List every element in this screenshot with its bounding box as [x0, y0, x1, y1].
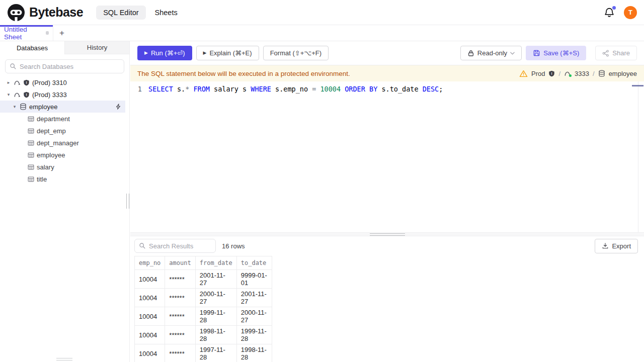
- column-header[interactable]: to_date: [236, 256, 272, 270]
- sidebar: Databases History ▸ !: [0, 41, 130, 362]
- nav-sql-editor[interactable]: SQL Editor: [96, 6, 145, 20]
- table-node-department[interactable]: department: [0, 113, 129, 125]
- table-row[interactable]: 10004 ****** 2001-11-27 9999-01-01: [135, 270, 272, 289]
- tab-history[interactable]: History: [65, 41, 129, 54]
- results-resize-handle[interactable]: [130, 232, 644, 236]
- app-header: Bytebase SQL Editor Sheets T: [0, 0, 644, 25]
- cell[interactable]: 10004: [135, 270, 165, 289]
- results-table: emp_no amount from_date to_date 10004 **…: [134, 256, 272, 362]
- tab-databases[interactable]: Databases: [0, 41, 65, 54]
- table-row[interactable]: 10004 ****** 1999-11-28 2000-11-27: [135, 307, 272, 326]
- cell[interactable]: 2001-11-27: [236, 289, 272, 307]
- mysql-instance-icon: [564, 70, 571, 77]
- table-icon: [28, 152, 34, 158]
- environment-shield-icon: !: [23, 79, 30, 86]
- svg-text:!: !: [26, 80, 27, 85]
- cell[interactable]: ******: [165, 307, 195, 326]
- column-header[interactable]: emp_no: [135, 256, 165, 270]
- environment-shield-icon: !: [548, 70, 555, 77]
- table-icon: [28, 128, 34, 134]
- export-button-label: Export: [612, 242, 631, 250]
- save-floppy-icon: [533, 49, 540, 57]
- table-row[interactable]: 10004 ****** 1997-11-28 1998-11-28: [135, 344, 272, 362]
- table-row[interactable]: 10004 ****** 1998-11-28 1999-11-28: [135, 326, 272, 344]
- run-button[interactable]: ▶ Run (⌘+⏎): [137, 46, 192, 60]
- cell[interactable]: ******: [165, 289, 195, 307]
- environment-label[interactable]: Prod: [531, 70, 545, 77]
- cell[interactable]: ******: [165, 344, 195, 362]
- cell[interactable]: 1998-11-28: [195, 326, 236, 344]
- cell[interactable]: 9999-01-01: [236, 270, 272, 289]
- instance-label: (Prod) 3310: [32, 79, 67, 86]
- editor-scrollbar[interactable]: [638, 81, 638, 232]
- nav-sheets[interactable]: Sheets: [155, 9, 178, 17]
- readonly-mode-dropdown[interactable]: Read-only: [460, 46, 522, 60]
- table-node-salary[interactable]: salary: [0, 161, 129, 173]
- table-label: salary: [37, 163, 54, 171]
- format-button-label: Format (⇧+⌥+F): [270, 49, 321, 57]
- column-header[interactable]: from_date: [195, 256, 236, 270]
- connect-bolt-icon[interactable]: [115, 104, 121, 110]
- cell[interactable]: 10004: [135, 326, 165, 344]
- notification-bell-icon[interactable]: [604, 7, 615, 18]
- play-icon: ▶: [144, 51, 148, 55]
- tab-untitled-sheet[interactable]: Untitled Sheet: [0, 25, 53, 41]
- notification-badge: [612, 6, 616, 10]
- results-header-row: emp_no amount from_date to_date: [135, 256, 272, 270]
- cell[interactable]: 2001-11-27: [195, 270, 236, 289]
- warning-triangle-icon: [519, 70, 528, 77]
- column-header[interactable]: amount: [165, 256, 195, 270]
- table-node-title[interactable]: title: [0, 173, 129, 185]
- database-label: employee: [29, 103, 57, 111]
- caret-collapsed-icon[interactable]: ▸: [6, 80, 11, 85]
- cell[interactable]: 1997-11-28: [195, 344, 236, 362]
- table-row[interactable]: 10004 ****** 2000-11-27 2001-11-27: [135, 289, 272, 307]
- caret-expanded-icon[interactable]: ▾: [6, 92, 11, 97]
- cell[interactable]: ******: [165, 270, 195, 289]
- table-node-employee[interactable]: employee: [0, 149, 129, 161]
- bytebase-logo[interactable]: Bytebase: [7, 4, 83, 22]
- table-node-dept-manager[interactable]: dept_manager: [0, 137, 129, 149]
- instance-node-3310[interactable]: ▸ ! (Prod) 3310: [0, 76, 129, 88]
- instance-label[interactable]: 3333: [575, 70, 589, 77]
- sidebar-resize-handle[interactable]: [126, 194, 129, 209]
- cell[interactable]: 10004: [135, 344, 165, 362]
- cell[interactable]: 2000-11-27: [236, 307, 272, 326]
- editor-toolbar: ▶ Run (⌘+⏎) ▶ Explain (⌘+E) Format (⇧+⌥+…: [130, 41, 644, 65]
- format-button[interactable]: Format (⇧+⌥+F): [263, 46, 329, 60]
- cell[interactable]: 10004: [135, 307, 165, 326]
- cell[interactable]: 1999-11-28: [236, 326, 272, 344]
- caret-expanded-icon[interactable]: ▾: [12, 104, 17, 109]
- sidebar-horizontal-scrollbar[interactable]: [56, 358, 72, 360]
- table-label: dept_emp: [37, 127, 66, 135]
- export-button[interactable]: Export: [595, 239, 638, 253]
- database-label[interactable]: employee: [609, 70, 637, 77]
- breadcrumb-separator: /: [593, 70, 595, 77]
- cell[interactable]: 1998-11-28: [236, 344, 272, 362]
- explain-button[interactable]: ▶ Explain (⌘+E): [196, 46, 259, 60]
- add-sheet-button[interactable]: +: [53, 25, 70, 41]
- table-node-dept-emp[interactable]: dept_emp: [0, 125, 129, 137]
- results-search-input[interactable]: [149, 242, 211, 250]
- download-icon: [602, 242, 609, 249]
- sql-editor[interactable]: 1 SELECT s.* FROM salary s WHERE s.emp_n…: [130, 81, 644, 232]
- top-nav: SQL Editor Sheets: [96, 6, 178, 20]
- share-button[interactable]: Share: [595, 46, 637, 60]
- explain-button-label: Explain (⌘+E): [209, 49, 252, 57]
- database-search[interactable]: [5, 59, 124, 73]
- lock-icon: [467, 50, 474, 57]
- save-button[interactable]: Save (⌘+S): [526, 46, 586, 60]
- breadcrumb-separator: /: [558, 70, 560, 77]
- instance-node-3333[interactable]: ▾ ! (Prod) 3333: [0, 88, 129, 101]
- code-line-1[interactable]: 1 SELECT s.* FROM salary s WHERE s.emp_n…: [130, 84, 644, 94]
- cell[interactable]: 2000-11-27: [195, 289, 236, 307]
- cell[interactable]: ******: [165, 326, 195, 344]
- cell[interactable]: 1999-11-28: [195, 307, 236, 326]
- database-node-employee[interactable]: ▾ employee: [0, 101, 125, 113]
- user-avatar[interactable]: T: [624, 6, 637, 19]
- cell[interactable]: 10004: [135, 289, 165, 307]
- readonly-label: Read-only: [477, 49, 507, 57]
- results-search[interactable]: [134, 239, 216, 253]
- database-search-input[interactable]: [20, 63, 120, 70]
- instance-online-dot: [569, 74, 572, 77]
